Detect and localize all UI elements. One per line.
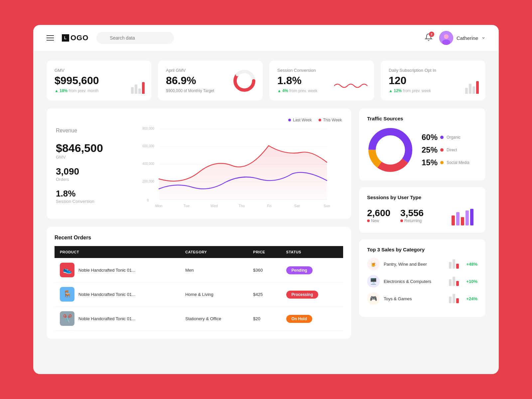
kpi-april-gmv: April GMV 86.9% $900,000 of Monthly Targ…	[158, 61, 263, 100]
category-pct: +10%	[463, 279, 477, 284]
product-cell: 👟 Noble Handcrafted Tonic 01...	[60, 263, 175, 277]
kpi-gmv-chart	[131, 80, 145, 94]
left-col: Revenue $846,500 GMV 3,090 Orders 1.8%	[47, 108, 351, 339]
returning-value: 3,556	[400, 208, 424, 218]
stat-returning: 3,556 Returning	[400, 208, 424, 223]
category-icon: 🍺	[367, 258, 380, 270]
svg-text:Thu: Thu	[239, 204, 245, 208]
product-thumbnail: 👟	[60, 263, 74, 277]
legend-this-week: This Week	[319, 118, 342, 122]
status-badge: On Hold	[286, 315, 313, 323]
top-sales-list: 🍺 Pantry, Wine and Beer +48% 🖥️ Electron…	[367, 258, 477, 305]
kpi-sub-trend: ▲ 12% from prev. week	[389, 88, 477, 93]
stat-new: 2,600 New	[367, 208, 390, 223]
chevron-down-icon	[481, 36, 485, 40]
svg-rect-29	[452, 215, 455, 225]
category-bars	[449, 277, 459, 286]
svg-rect-32	[466, 210, 469, 225]
revenue-chart: Last Week This Week 800,000 600,000 400	[129, 118, 342, 213]
product-cell: ✂️ Noble Handcrafted Tonic 01...	[60, 311, 175, 326]
top-sales-card: Top 3 Sales by Category 🍺 Pantry, Wine a…	[359, 239, 485, 317]
orders-title: Recent Orders	[55, 235, 343, 241]
notification-button[interactable]: 2	[425, 33, 433, 43]
category-name: Pantry, Wine and Beer	[384, 262, 445, 267]
status-badge: Pending	[286, 266, 313, 274]
revenue-session: 1.8%	[56, 189, 122, 199]
kpi-row: GMV $995,600 ▲ 18% from prev. month Apri…	[47, 61, 485, 100]
dashboard: LOGO 2	[33, 25, 499, 374]
kpi-gmv-label: GMV	[55, 68, 143, 73]
category-name: Electronics & Computers	[384, 279, 445, 284]
kpi-gmv: GMV $995,600 ▲ 18% from prev. month	[47, 61, 151, 100]
category-bars	[449, 294, 459, 303]
svg-text:0: 0	[147, 199, 149, 202]
traffic-legend: 60% Organic 25% Direct	[422, 133, 469, 167]
sessions-title: Sessions by User Type	[367, 195, 477, 200]
new-value: 2,600	[367, 208, 390, 218]
traffic-content: 60% Organic 25% Direct	[367, 127, 477, 173]
kpi-session: Session Conversion 1.8% ▲ 4% from prev. …	[269, 61, 374, 100]
traffic-card: Traffic Sources	[359, 108, 485, 181]
col-price: PRICE	[248, 246, 281, 258]
product-price: $360	[248, 258, 281, 282]
search-wrapper	[96, 32, 223, 44]
header-right: 2 Catherine	[425, 31, 485, 45]
col-product: PRODUCT	[55, 246, 180, 258]
svg-point-4	[442, 40, 450, 45]
table-row[interactable]: 🪑 Noble Handcrafted Tonic 01... Home & L…	[55, 282, 343, 307]
kpi-sub-chart	[465, 80, 479, 94]
product-cell: 🪑 Noble Handcrafted Tonic 01...	[60, 287, 175, 302]
bottom-row: Revenue $846,500 GMV 3,090 Orders 1.8%	[47, 108, 485, 339]
search-input[interactable]	[96, 32, 174, 44]
revenue-line-chart: 800,000 600,000 400,000 200,000 0	[129, 126, 342, 212]
product-price: $425	[248, 282, 281, 307]
sessions-content: 2,600 New 3,556 Returning	[367, 205, 477, 225]
traffic-organic: 60% Organic	[422, 133, 469, 142]
sessions-card: Sessions by User Type 2,600 New	[359, 187, 485, 233]
svg-text:600,000: 600,000	[142, 144, 155, 148]
kpi-gmv-value: $995,600	[55, 75, 143, 86]
traffic-donut	[367, 127, 414, 173]
avatar	[439, 31, 453, 45]
category-bars	[449, 259, 459, 269]
svg-text:Sun: Sun	[324, 204, 330, 208]
product-thumbnail: 🪑	[60, 287, 74, 302]
kpi-subscription: Daily Subscription Opt In 120 ▲ 12% from…	[381, 61, 485, 100]
legend-last-week: Last Week	[288, 118, 312, 122]
category-icon: 🎮	[367, 292, 380, 305]
top-sales-item: 🎮 Toys & Games +24%	[367, 292, 477, 305]
notification-badge: 2	[429, 32, 434, 37]
main-content: GMV $995,600 ▲ 18% from prev. month Apri…	[33, 51, 499, 348]
col-status: STATUS	[281, 246, 343, 258]
svg-text:Fri: Fri	[267, 204, 272, 208]
product-name: Noble Handcrafted Tonic 01...	[78, 316, 135, 321]
menu-icon[interactable]	[47, 35, 54, 41]
kpi-sub-value: 120	[389, 75, 477, 86]
revenue-value: $846,500	[56, 142, 122, 155]
sessions-stats: 2,600 New 3,556 Returning	[367, 208, 424, 223]
traffic-direct: 25% Direct	[422, 145, 469, 155]
revenue-title: Revenue	[56, 128, 122, 134]
header: LOGO 2	[33, 25, 499, 51]
svg-text:800,000: 800,000	[142, 127, 155, 130]
traffic-title: Traffic Sources	[367, 116, 477, 121]
category-pct: +48%	[463, 262, 477, 267]
svg-point-3	[444, 34, 449, 39]
table-row[interactable]: 👟 Noble Handcrafted Tonic 01... Men $360…	[55, 258, 343, 282]
svg-rect-33	[470, 209, 473, 225]
product-thumbnail: ✂️	[60, 311, 74, 326]
svg-text:200,000: 200,000	[142, 180, 155, 183]
revenue-orders: 3,090	[56, 166, 122, 177]
revenue-session-label: Session Conversion	[56, 199, 122, 204]
svg-text:400,000: 400,000	[142, 162, 155, 166]
product-category: Home & Living	[180, 282, 248, 307]
orders-table: PRODUCT CATEGORY PRICE STATUS 👟 No	[55, 246, 343, 331]
product-name: Noble Handcrafted Tonic 01...	[78, 292, 135, 297]
table-row[interactable]: ✂️ Noble Handcrafted Tonic 01... Station…	[55, 307, 343, 331]
product-category: Stationery & Office	[180, 307, 248, 331]
svg-rect-31	[461, 217, 464, 225]
svg-text:Sat: Sat	[294, 204, 300, 208]
svg-text:Tue: Tue	[184, 204, 190, 208]
user-profile[interactable]: Catherine	[439, 31, 485, 45]
new-label: New	[367, 218, 390, 223]
